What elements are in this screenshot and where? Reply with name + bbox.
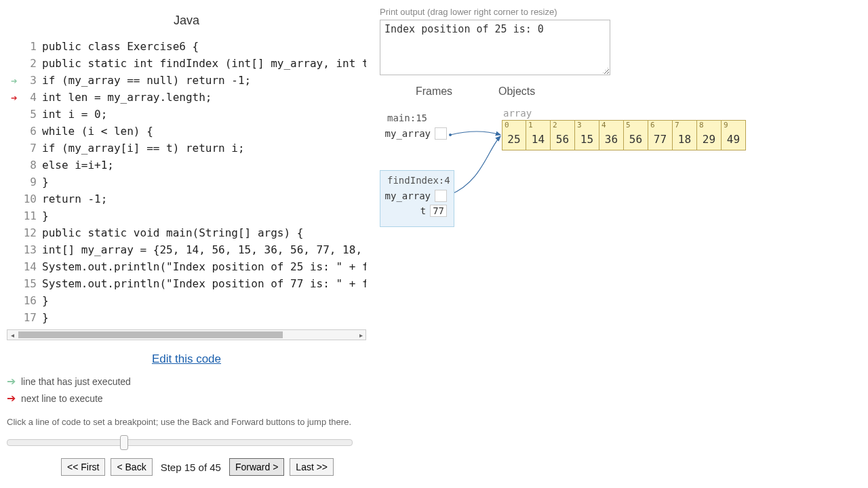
output-box[interactable]: Index position of 25 is: 0 ⋰ [380, 20, 610, 75]
legend-next-line: ➔ next line to execute [7, 392, 366, 405]
frame-main-var-my_array: my_array [387, 127, 447, 140]
array-label: array [503, 108, 532, 119]
array-cell: 677 [648, 120, 673, 150]
first-button[interactable]: << First [61, 458, 105, 476]
arrow-prev-icon: ➔ [11, 72, 18, 89]
array-cell: 315 [575, 120, 599, 150]
code-line[interactable]: 13 int[] my_array = {25, 14, 56, 15, 36,… [7, 241, 366, 258]
frame-main-title: main:15 [387, 113, 447, 123]
array-cell: 436 [599, 120, 624, 150]
array-cell: 829 [697, 120, 722, 150]
code-line[interactable]: 11 } [7, 207, 366, 224]
step-slider[interactable] [7, 439, 353, 446]
array-cell: 718 [673, 120, 697, 150]
code-line[interactable]: 3➔ if (my_array == null) return -1; [7, 72, 366, 89]
code-line[interactable]: 7 if (my_array[i] == t) return i; [7, 140, 366, 157]
frame-findindex: findIndex:4 my_array t 77 [380, 170, 454, 227]
code-line[interactable]: 4➔ int len = my_array.length; [7, 89, 366, 106]
back-button[interactable]: < Back [111, 458, 152, 476]
code-line[interactable]: 9 } [7, 174, 366, 190]
resize-handle-icon[interactable]: ⋰ [602, 66, 609, 74]
output-text: Index position of 25 is: 0 [384, 23, 544, 35]
code-line[interactable]: 14 System.out.println("Index position of… [7, 258, 366, 275]
forward-button[interactable]: Forward > [229, 458, 284, 476]
breakpoint-hint: Click a line of code to set a breakpoint… [7, 417, 366, 427]
legend-prev-line: ➔ line that has just executed [7, 375, 366, 388]
value-box: 77 [430, 205, 447, 217]
array-object: 025114256315436556677718829949 [502, 120, 746, 150]
frame-main: main:15 my_array [380, 108, 454, 150]
code-line[interactable]: 16 } [7, 292, 366, 309]
code-line[interactable]: 10 return -1; [7, 190, 366, 207]
arrow-next-icon: ➔ [7, 392, 16, 405]
scroll-thumb[interactable] [18, 331, 283, 338]
code-line[interactable]: 8 else i=i+1; [7, 157, 366, 174]
code-line[interactable]: 5 int i = 0; [7, 106, 366, 123]
scroll-right-button[interactable]: ▸ [356, 331, 366, 339]
code-h-scrollbar[interactable]: ◂ ▸ [7, 329, 366, 340]
ref-box [435, 127, 447, 140]
objects-header: Objects [488, 85, 861, 98]
edit-code-link[interactable]: Edit this code [152, 352, 221, 365]
code-line[interactable]: 12 public static void main(String[] args… [7, 224, 366, 241]
array-cell: 949 [722, 120, 746, 150]
frame-find-var-my_array: my_array [387, 190, 447, 202]
output-label: Print output (drag lower right corner to… [380, 7, 861, 17]
code-line[interactable]: 6 while (i < len) { [7, 123, 366, 140]
array-cell: 025 [502, 120, 526, 150]
code-line[interactable]: 1public class Exercise6 { [7, 38, 366, 55]
frame-find-title: findIndex:4 [387, 175, 447, 186]
language-label: Java [7, 14, 366, 28]
array-cell: 256 [551, 120, 575, 150]
code-line[interactable]: 15 System.out.println("Index position of… [7, 275, 366, 292]
arrow-prev-icon: ➔ [7, 375, 16, 388]
frame-find-var-t: t 77 [387, 205, 447, 217]
arrow-next-icon: ➔ [11, 89, 18, 106]
ref-box [435, 190, 447, 202]
last-button[interactable]: Last >> [290, 458, 334, 476]
array-cell: 556 [624, 120, 648, 150]
array-cell: 114 [526, 120, 551, 150]
scroll-left-button[interactable]: ◂ [7, 331, 17, 339]
code-line[interactable]: 2 public static int findIndex (int[] my_… [7, 55, 366, 72]
step-label: Step 15 of 45 [161, 462, 221, 473]
code-listing[interactable]: 1public class Exercise6 {2 public static… [7, 38, 366, 326]
code-line[interactable]: 17} [7, 309, 366, 326]
slider-thumb[interactable] [120, 435, 128, 450]
frames-header: Frames [380, 85, 488, 98]
